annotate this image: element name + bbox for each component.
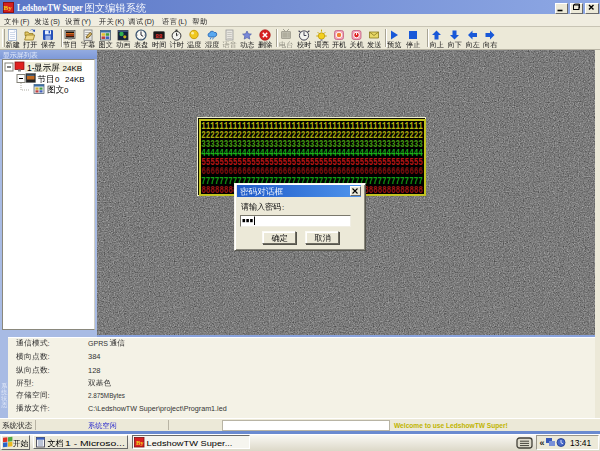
svg-text:88: 88 bbox=[155, 33, 163, 40]
svg-text:1 - Microso...: 1 - Microso... bbox=[65, 439, 125, 448]
svg-text::: : bbox=[48, 391, 50, 400]
svg-text::: : bbox=[48, 366, 50, 375]
svg-text:0: 0 bbox=[55, 75, 60, 84]
svg-text:«: « bbox=[540, 438, 545, 448]
svg-text:LedshowTW Super...: LedshowTW Super... bbox=[147, 439, 233, 448]
svg-text:(Y): (Y) bbox=[81, 18, 90, 26]
svg-text::: : bbox=[282, 203, 284, 212]
svg-text:24KB: 24KB bbox=[65, 75, 85, 84]
svg-text:2.875MBytes: 2.875MBytes bbox=[88, 391, 125, 400]
svg-text:(L): (L) bbox=[178, 18, 187, 26]
svg-text:By: By bbox=[136, 439, 144, 446]
svg-text:128: 128 bbox=[88, 366, 101, 375]
svg-text::: : bbox=[48, 404, 50, 413]
svg-text:GPRS: GPRS bbox=[88, 338, 108, 347]
svg-text:(F): (F) bbox=[20, 18, 29, 26]
svg-text:Welcome to use LedshowTW Super: Welcome to use LedshowTW Super! bbox=[394, 420, 508, 430]
svg-text:By: By bbox=[4, 4, 13, 12]
svg-text:1-: 1- bbox=[27, 63, 35, 73]
svg-text::: : bbox=[48, 352, 50, 361]
svg-text:(D): (D) bbox=[144, 18, 154, 26]
svg-text:LedshowTW Super: LedshowTW Super bbox=[17, 2, 83, 13]
svg-text::: : bbox=[32, 379, 34, 388]
svg-text:24KB: 24KB bbox=[63, 64, 83, 73]
svg-text:13:41: 13:41 bbox=[570, 438, 592, 448]
svg-text:(K): (K) bbox=[115, 18, 124, 26]
svg-text::: : bbox=[48, 339, 50, 348]
svg-text:0: 0 bbox=[64, 86, 69, 95]
svg-text:(S): (S) bbox=[51, 18, 60, 26]
svg-text:C:\LedshowTW Super\project\Pro: C:\LedshowTW Super\project\Program1.led bbox=[88, 403, 227, 412]
svg-text:384: 384 bbox=[88, 352, 101, 361]
